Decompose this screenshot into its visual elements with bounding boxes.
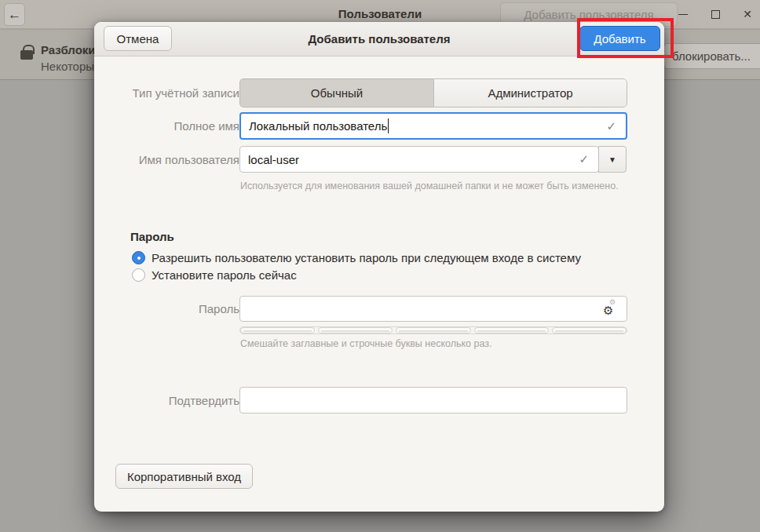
password-hint: Смешайте заглавные и строчные буквы неск…: [240, 338, 492, 349]
account-type-segmented-control: Обычный Администратор: [239, 78, 627, 107]
generate-password-button[interactable]: ⚙ ⚙: [601, 300, 620, 319]
username-input[interactable]: local-user ✓: [239, 146, 599, 173]
account-type-standard[interactable]: Обычный: [239, 78, 433, 107]
radio-unselected-icon: [132, 268, 145, 282]
strength-segment: [318, 327, 393, 333]
strength-segment: [240, 327, 315, 333]
text-caret: [388, 118, 389, 133]
username-value: local-user: [248, 153, 299, 166]
cancel-button[interactable]: Отмена: [104, 26, 172, 51]
minimize-icon: [678, 14, 688, 15]
close-icon: ✕: [743, 8, 752, 20]
back-button[interactable]: ←: [4, 3, 25, 26]
username-dropdown-button[interactable]: ▼: [598, 146, 627, 173]
strength-segment: [474, 327, 549, 333]
radio-row-next-login[interactable]: Разрешить пользователю установить пароль…: [132, 251, 581, 264]
gear-icon: ⚙: [603, 304, 613, 316]
password-strength-meter: [239, 326, 627, 334]
confirm-label: Подтвердить: [90, 394, 239, 407]
password-section-title: Пароль: [130, 230, 174, 243]
dialog-title: Добавить пользователя: [222, 32, 536, 46]
background-window-title: Пользователи: [262, 7, 498, 20]
maximize-button[interactable]: [707, 6, 723, 22]
back-arrow-icon: ←: [8, 7, 21, 23]
strength-segment: [396, 327, 470, 333]
unlock-button[interactable]: блокировать...: [663, 43, 760, 69]
password-label: Пароль: [90, 302, 239, 315]
enterprise-login-button[interactable]: Корпоративный вход: [115, 464, 253, 489]
lock-icon: [20, 50, 33, 60]
valid-check-icon: ✓: [579, 152, 589, 166]
full-name-input[interactable]: Локальный пользователь ✓: [239, 112, 627, 140]
username-label: Имя пользователя: [90, 153, 239, 166]
annotation-highlight-rectangle: [577, 18, 674, 58]
chevron-down-icon: ▼: [608, 155, 616, 164]
password-input[interactable]: ⚙ ⚙: [239, 296, 627, 322]
close-button[interactable]: ✕: [740, 6, 755, 22]
username-hint: Используется для именования вашей домашн…: [240, 180, 619, 191]
account-type-administrator[interactable]: Администратор: [433, 78, 627, 107]
strength-segment: [552, 327, 627, 333]
maximize-icon: [711, 10, 720, 19]
full-name-label: Полное имя: [90, 119, 239, 133]
radio-next-login-label: Разрешить пользователю установить пароль…: [152, 251, 581, 264]
account-type-label: Тип учётной записи: [90, 86, 239, 100]
minimize-button[interactable]: [675, 6, 691, 22]
radio-row-set-now[interactable]: Установите пароль сейчас: [132, 268, 297, 282]
window-controls: ✕: [675, 5, 755, 24]
add-user-dialog: Отмена Добавить пользователя Добавить Ти…: [94, 22, 664, 512]
full-name-value: Локальный пользователь: [249, 119, 387, 133]
radio-set-now-label: Установите пароль сейчас: [152, 268, 297, 282]
screen: ← Пользователи Добавить пользователя ✕ Р…: [0, 0, 760, 532]
confirm-password-input[interactable]: [239, 387, 627, 414]
radio-selected-icon: [132, 251, 145, 264]
valid-check-icon: ✓: [606, 119, 616, 133]
